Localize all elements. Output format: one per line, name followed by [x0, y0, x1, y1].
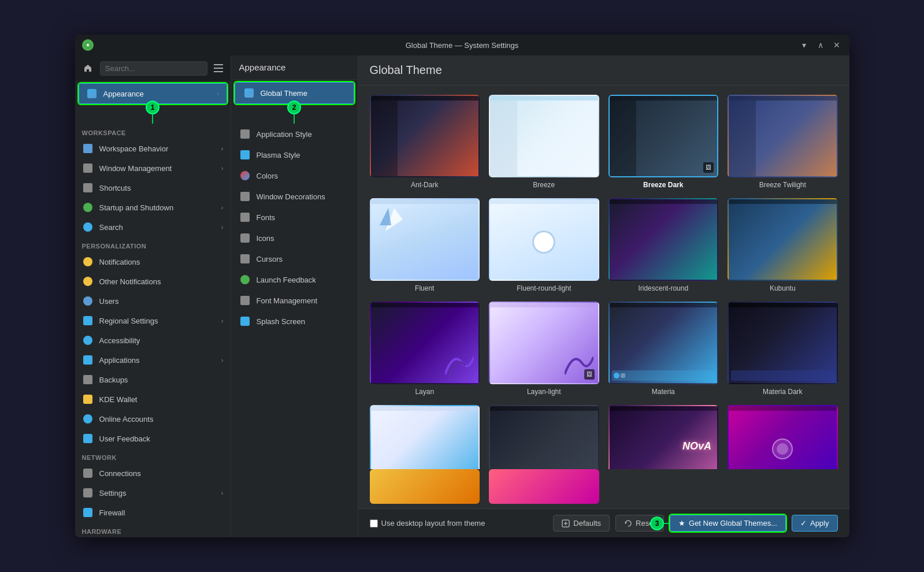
sidebar-item-accessibility[interactable]: Accessibility [75, 330, 231, 350]
regional-settings-icon [82, 315, 94, 326]
workspace-behavior-icon [82, 143, 94, 154]
middle-item-plasma-style[interactable]: Plasma Style [231, 144, 358, 165]
annotation-2-label: 2 [292, 103, 296, 112]
middle-item-font-management[interactable]: Font Management [231, 290, 358, 311]
sidebar-item-online-accounts-label: Online Accounts [99, 415, 154, 424]
middle-item-launch-feedback[interactable]: Launch Feedback [231, 269, 358, 290]
themes-grid: Ant-Dark Breeze [358, 86, 849, 469]
sidebar-item-search-label: Search [99, 223, 123, 232]
theme-materia-light[interactable]: Materia Light [370, 405, 480, 469]
search-input[interactable] [100, 61, 207, 76]
theme-breeze[interactable]: Breeze [489, 95, 599, 189]
sidebar-item-net-settings-label: Settings [99, 489, 127, 497]
fonts-icon [239, 211, 251, 223]
theme-breeze-twilight[interactable]: Breeze Twilight [728, 95, 838, 189]
theme-breeze-twilight-thumb [728, 95, 838, 177]
middle-item-colors[interactable]: Colors [231, 165, 358, 186]
sidebar-item-regional-settings[interactable]: Regional Settings › [75, 311, 231, 330]
star-icon: ★ [678, 519, 685, 528]
sidebar-item-user-feedback[interactable]: User Feedback [75, 429, 231, 448]
theme-orchis[interactable]: Orchis [728, 405, 838, 469]
sidebar-item-search[interactable]: Search › [75, 217, 231, 237]
sidebar-item-other-notifications[interactable]: Other Notifications [75, 272, 231, 291]
sidebar-item-workspace-behavior[interactable]: Workspace Behavior › [75, 139, 231, 158]
theme-materia[interactable]: Materia [608, 302, 719, 396]
theme-layan-light[interactable]: 🖼 Layan-light [489, 302, 599, 396]
icons-icon [239, 232, 251, 244]
minimize-button[interactable]: ▾ [799, 39, 810, 51]
titlebar: Global Theme — System Settings ▾ ∧ ✕ [75, 35, 849, 55]
desktop-layout-checkbox[interactable] [370, 519, 378, 528]
section-header-workspace: Workspace [75, 124, 231, 139]
middle-item-window-decorations[interactable]: Window Decorations [231, 186, 358, 207]
sidebar-item-accessibility-label: Accessibility [99, 336, 140, 345]
theme-nordic-darker[interactable]: Nordic-darker [489, 405, 599, 469]
theme-nova-papilio[interactable]: NOvA Nova Papilio [608, 405, 719, 469]
theme-kubuntu[interactable]: Kubuntu [728, 198, 838, 292]
theme-materia-dark-thumb [728, 302, 838, 384]
theme-materia-name: Materia [652, 388, 675, 396]
annotation-2: 2 [287, 101, 301, 114]
middle-item-cursors-label: Cursors [257, 255, 283, 263]
theme-kubuntu-thumb [728, 198, 838, 281]
home-button[interactable] [81, 60, 95, 76]
desktop-layout-checkbox-label[interactable]: Use desktop layout from theme [370, 519, 485, 528]
sidebar-item-users[interactable]: Users [75, 291, 231, 311]
sidebar-item-backups-label: Backups [99, 376, 128, 384]
theme-breeze-dark-thumb: 🖼 [608, 95, 719, 177]
middle-item-fonts[interactable]: Fonts [231, 207, 358, 228]
theme-layan[interactable]: Layan [370, 302, 480, 396]
sidebar-item-net-settings[interactable]: Settings › [75, 483, 231, 503]
sidebar-item-firewall[interactable]: Firewall [75, 503, 231, 522]
theme-breeze-thumb [489, 95, 599, 177]
net-settings-icon [82, 487, 94, 499]
theme-iridescent-round[interactable]: Iridescent-round [608, 198, 719, 292]
theme-iridescent-thumb [608, 198, 719, 281]
application-style-icon [239, 128, 251, 140]
sidebar-item-startup-shutdown[interactable]: Startup and Shutdown › [75, 198, 231, 217]
close-button[interactable]: ✕ [831, 39, 843, 51]
bottom-bar: Use desktop layout from theme Defaults R… [358, 508, 849, 537]
colors-icon [239, 170, 251, 181]
partial-theme-2[interactable] [489, 469, 599, 504]
theme-orchis-thumb [728, 405, 838, 469]
appearance-arrow: › [217, 90, 220, 97]
apps-arrow: › [221, 356, 224, 363]
sidebar-item-shortcuts[interactable]: Shortcuts [75, 178, 231, 198]
theme-fluent-round-light[interactable]: Fluent-round-light [489, 198, 599, 292]
sidebar-item-shortcuts-label: Shortcuts [99, 184, 131, 192]
main-panel: Global Theme Ant-Dark [358, 55, 849, 537]
checkmark-icon: ✓ [800, 519, 807, 528]
sidebar-item-kde-wallet[interactable]: KDE Wallet [75, 389, 231, 409]
theme-fluent[interactable]: Fluent [370, 198, 480, 292]
sidebar-item-backups[interactable]: Backups [75, 370, 231, 389]
middle-item-cursors[interactable]: Cursors [231, 248, 358, 269]
partial-theme-1[interactable] [370, 469, 480, 504]
theme-breeze-dark[interactable]: 🖼 Breeze Dark [608, 95, 719, 189]
annotation-1-label: 1 [151, 103, 155, 112]
hamburger-menu-button[interactable] [212, 61, 225, 75]
defaults-button[interactable]: Defaults [553, 515, 610, 532]
sidebar-item-window-management[interactable]: Window Management › [75, 158, 231, 178]
middle-item-splash-screen[interactable]: Splash Screen [231, 311, 358, 332]
theme-layan-light-name: Layan-light [527, 388, 561, 396]
middle-item-icons[interactable]: Icons [231, 228, 358, 248]
svg-rect-1 [214, 64, 223, 65]
apply-button[interactable]: ✓ Apply [792, 515, 838, 532]
search-nav-icon [82, 221, 94, 233]
sidebar-item-connections[interactable]: Connections [75, 463, 231, 483]
middle-item-application-style[interactable]: Application Style [231, 124, 358, 144]
sidebar-item-applications[interactable]: Applications › [75, 350, 231, 370]
sidebar-item-notifications[interactable]: Notifications [75, 252, 231, 272]
theme-fluent-round-light-name: Fluent-round-light [517, 284, 571, 292]
middle-item-global-theme-label: Global Theme [261, 89, 307, 98]
middle-item-font-management-label: Font Management [257, 296, 318, 305]
theme-ant-dark[interactable]: Ant-Dark [370, 95, 480, 189]
maximize-button[interactable]: ∧ [815, 39, 826, 51]
defaults-button-label: Defaults [573, 519, 601, 528]
theme-layan-thumb [370, 302, 480, 384]
get-new-global-themes-button[interactable]: ★ Get New Global Themes... [670, 515, 786, 532]
sidebar-item-online-accounts[interactable]: Online Accounts [75, 409, 231, 429]
theme-materia-dark[interactable]: Materia Dark [728, 302, 838, 396]
middle-item-icons-label: Icons [257, 234, 274, 243]
